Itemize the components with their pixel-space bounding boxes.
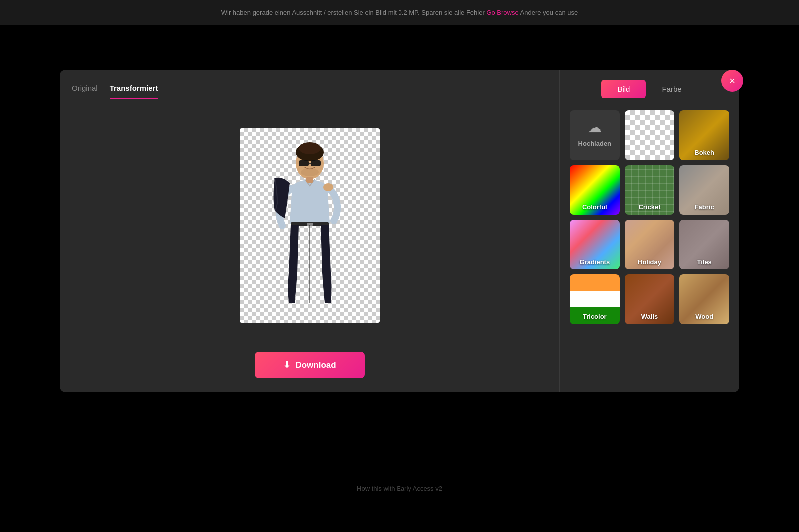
close-icon: × [729,75,735,87]
download-icon: ⬇ [283,360,290,370]
background-item-walls[interactable]: Walls [625,274,675,324]
background-item-tiles[interactable]: Tiles [679,220,729,269]
view-toggle: Bild Farbe [570,80,729,98]
right-panel: Bild Farbe ☁ Hochladen Bokeh Colorful [559,70,739,392]
background-item-fabric[interactable]: Fabric [679,165,729,215]
close-button[interactable]: × [721,70,743,92]
background-item-transparent[interactable] [625,110,675,160]
background-bokeh-label: Bokeh [694,149,714,156]
svg-rect-4 [311,160,321,166]
background-wood-label: Wood [695,313,713,320]
notification-bar: Wir haben gerade einen Ausschnitt / erst… [0,0,799,25]
footer-text: How this with Early Access v2 [0,485,799,492]
notification-link[interactable]: Go Browse [486,9,518,16]
svg-point-8 [323,183,333,191]
background-upload-label: Hochladen [578,140,611,147]
background-item-colorful[interactable]: Colorful [570,165,620,215]
background-fabric-label: Fabric [695,203,714,211]
background-walls-label: Walls [641,313,658,320]
notification-text: Wir haben gerade einen Ausschnitt / erst… [221,9,578,16]
background-item-bokeh[interactable]: Bokeh [679,110,729,160]
modal-overlay: Original Transformiert [60,70,739,392]
background-item-gradients[interactable]: Gradients [570,220,620,269]
background-item-holiday[interactable]: Holiday [625,220,675,269]
svg-point-2 [299,142,321,154]
tab-bar: Original Transformiert [60,70,559,99]
svg-rect-3 [299,160,309,166]
background-cricket-label: Cricket [638,203,660,211]
background-grid: ☁ Hochladen Bokeh Colorful Cricket Fabri… [570,110,729,324]
background-item-upload[interactable]: ☁ Hochladen [570,110,620,160]
toggle-bild-button[interactable]: Bild [601,80,646,98]
background-tricolor-label: Tricolor [583,313,607,320]
upload-icon: ☁ [588,119,602,136]
background-item-tricolor[interactable]: Tricolor [570,274,620,324]
image-container [240,128,380,323]
person-image [255,133,365,318]
svg-point-11 [301,168,319,176]
svg-rect-10 [306,177,313,183]
background-holiday-label: Holiday [638,258,661,266]
background-item-cricket[interactable]: Cricket [625,165,675,215]
left-panel: Original Transformiert [60,70,559,392]
image-area [60,99,559,352]
background-item-wood[interactable]: Wood [679,274,729,324]
download-button[interactable]: ⬇ Download [255,352,365,378]
background-colorful-label: Colorful [582,203,607,211]
toggle-farbe-button[interactable]: Farbe [646,80,697,98]
tab-transformiert[interactable]: Transformiert [110,80,158,99]
background-gradients-label: Gradients [579,258,610,266]
tab-original[interactable]: Original [72,80,98,99]
download-label: Download [295,360,336,370]
background-tiles-label: Tiles [697,258,711,266]
